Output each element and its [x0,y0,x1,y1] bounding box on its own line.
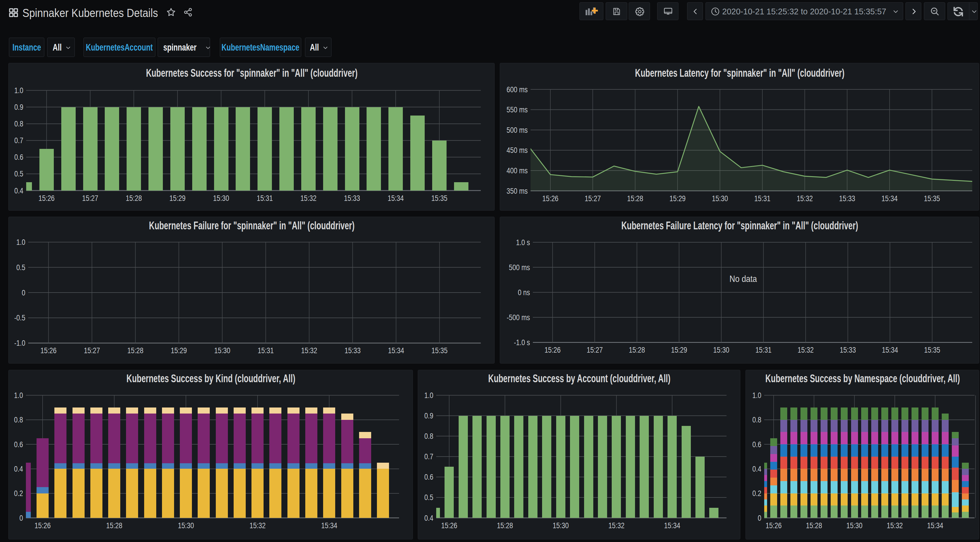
svg-text:Kubernetes Success by Namespac: Kubernetes Success by Namespace (clouddr… [765,372,960,385]
svg-text:15:32: 15:32 [887,521,903,529]
svg-text:-1.0: -1.0 [14,339,25,347]
svg-text:15:26: 15:26 [40,346,56,355]
svg-text:15:31: 15:31 [755,345,772,354]
svg-text:0.7: 0.7 [425,452,433,461]
svg-text:15:35: 15:35 [924,194,940,203]
svg-text:0.4: 0.4 [425,513,433,522]
svg-text:15:34: 15:34 [927,521,943,529]
svg-text:15:35: 15:35 [431,346,447,355]
svg-text:0.6: 0.6 [425,472,433,481]
svg-text:0.7: 0.7 [14,136,23,145]
svg-text:0: 0 [22,288,25,297]
svg-text:15:28: 15:28 [806,521,822,529]
svg-text:Kubernetes Failure for "spinna: Kubernetes Failure for "spinnaker" in "A… [149,219,355,231]
svg-text:15:35: 15:35 [431,193,447,202]
svg-text:15:35: 15:35 [924,345,940,354]
svg-text:15:28: 15:28 [126,193,142,202]
svg-text:15:33: 15:33 [840,345,856,354]
svg-text:15:29: 15:29 [670,194,686,203]
svg-text:1.0: 1.0 [14,391,23,400]
svg-text:15:30: 15:30 [213,193,229,202]
svg-text:15:31: 15:31 [754,194,770,203]
svg-text:0.8: 0.8 [752,415,761,424]
svg-text:15:30: 15:30 [713,345,729,354]
svg-text:1.0: 1.0 [752,391,761,400]
svg-text:15:34: 15:34 [881,194,898,203]
svg-text:1.0 s: 1.0 s [516,238,530,247]
svg-text:15:28: 15:28 [627,194,643,203]
svg-text:15:26: 15:26 [38,193,55,202]
svg-text:0.8: 0.8 [14,415,23,424]
svg-text:15:30: 15:30 [214,346,230,355]
svg-text:0.8: 0.8 [14,119,23,128]
svg-text:0.6: 0.6 [752,440,761,448]
svg-text:0.6: 0.6 [14,440,23,448]
svg-text:15:34: 15:34 [882,345,898,354]
svg-text:15:28: 15:28 [106,521,122,529]
svg-text:15:30: 15:30 [846,521,862,529]
svg-text:No data: No data [729,274,757,284]
svg-text:450 ms: 450 ms [507,146,528,155]
svg-text:350 ms: 350 ms [507,186,528,195]
svg-text:15:32: 15:32 [301,193,317,202]
svg-text:15:30: 15:30 [553,521,569,529]
svg-text:15:34: 15:34 [321,521,337,529]
svg-text:400 ms: 400 ms [507,166,528,175]
svg-text:500 ms: 500 ms [509,263,530,272]
svg-text:15:33: 15:33 [344,193,360,202]
svg-text:15:32: 15:32 [250,521,266,529]
svg-text:Kubernetes Success by Account: Kubernetes Success by Account (clouddriv… [488,372,670,385]
svg-text:15:28: 15:28 [127,346,143,355]
svg-text:0.4: 0.4 [14,464,23,473]
svg-text:550 ms: 550 ms [507,105,528,114]
svg-text:1.0: 1.0 [14,86,23,95]
svg-text:15:34: 15:34 [664,521,680,529]
svg-text:-0.5: -0.5 [14,313,25,322]
svg-text:15:28: 15:28 [629,345,645,354]
svg-text:-1.0 s: -1.0 s [514,338,530,347]
svg-text:0.4: 0.4 [14,186,23,195]
svg-text:0.5: 0.5 [14,169,23,178]
svg-text:Kubernetes Latency for "spinna: Kubernetes Latency for "spinnaker" in "A… [635,67,845,79]
svg-text:0.2: 0.2 [752,489,761,498]
svg-text:0: 0 [19,513,23,522]
svg-text:15:30: 15:30 [712,194,728,203]
svg-text:15:27: 15:27 [84,346,100,355]
svg-text:500 ms: 500 ms [507,125,528,134]
svg-text:15:31: 15:31 [258,346,274,355]
svg-text:0.5: 0.5 [16,263,25,272]
svg-text:Kubernetes Failure Latency for: Kubernetes Failure Latency for "spinnake… [621,219,858,231]
svg-text:15:26: 15:26 [441,521,457,529]
svg-text:15:32: 15:32 [301,346,317,355]
svg-text:0: 0 [758,513,761,522]
svg-text:15:33: 15:33 [839,194,855,203]
svg-text:0.5: 0.5 [425,493,433,502]
svg-text:0.8: 0.8 [425,432,433,441]
svg-text:15:29: 15:29 [671,345,687,354]
svg-text:15:32: 15:32 [608,521,624,529]
svg-text:600 ms: 600 ms [507,85,528,94]
svg-text:15:27: 15:27 [585,194,601,203]
svg-text:15:29: 15:29 [170,346,187,355]
svg-text:15:34: 15:34 [388,346,404,355]
svg-text:0.4: 0.4 [752,464,761,473]
svg-text:Kubernetes Success by Kind (cl: Kubernetes Success by Kind (clouddriver,… [127,372,296,385]
svg-text:15:26: 15:26 [766,521,782,529]
svg-text:1.0: 1.0 [425,391,433,400]
svg-text:15:29: 15:29 [169,193,186,202]
svg-text:15:26: 15:26 [35,521,51,529]
svg-text:0 ns: 0 ns [518,288,530,296]
svg-text:0.9: 0.9 [14,103,23,111]
svg-text:-500 ms: -500 ms [507,313,530,322]
svg-text:15:30: 15:30 [178,521,194,529]
svg-text:0.9: 0.9 [425,411,433,420]
svg-text:0.2: 0.2 [14,489,23,498]
svg-text:15:34: 15:34 [388,193,404,202]
svg-text:15:26: 15:26 [544,345,560,354]
svg-text:15:27: 15:27 [82,193,98,202]
svg-text:15:32: 15:32 [797,345,814,354]
svg-text:15:27: 15:27 [587,345,603,354]
svg-text:15:31: 15:31 [257,193,273,202]
svg-text:15:28: 15:28 [497,521,513,529]
svg-text:15:32: 15:32 [797,194,813,203]
